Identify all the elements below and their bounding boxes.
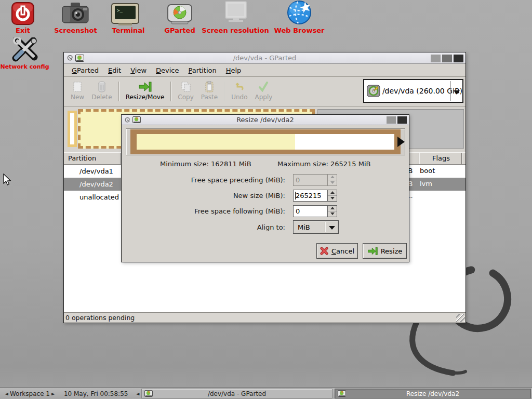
field-label: Align to: xyxy=(122,223,285,231)
resize-slider[interactable] xyxy=(126,128,405,155)
field-new-size: New size (MiB): xyxy=(122,189,410,202)
resize-move-icon xyxy=(138,80,152,94)
status-text: 0 operations pending xyxy=(65,314,135,322)
field-free-space-following: Free space following (MiB): xyxy=(122,204,410,218)
main-window-title: /dev/vda - GParted xyxy=(64,54,466,62)
new-size-spinner[interactable] xyxy=(293,190,337,202)
cancel-x-icon xyxy=(320,247,328,255)
cancel-button[interactable]: Cancel xyxy=(316,243,358,259)
device-selector[interactable]: /dev/vda (260.00 GiB) xyxy=(363,79,463,103)
toolbar-apply-button[interactable]: Apply xyxy=(251,79,276,102)
align-to-value: MiB xyxy=(298,223,310,231)
desktop-label-exit[interactable]: Exit xyxy=(2,26,44,34)
toolbar-paste-button[interactable]: Paste xyxy=(197,79,221,102)
field-free-space-preceding: Free space preceding (MiB): xyxy=(122,173,410,187)
power-icon xyxy=(11,2,34,25)
menu-view[interactable]: View xyxy=(126,65,151,76)
header-separator[interactable] xyxy=(461,153,462,164)
maximize-button[interactable] xyxy=(442,55,452,62)
resize-slider-frame[interactable] xyxy=(130,129,401,154)
gparted-app-icon xyxy=(338,390,346,397)
gparted-app-icon xyxy=(144,390,153,397)
free-space-preceding-spinner xyxy=(293,174,337,186)
tools-icon xyxy=(10,37,39,63)
dialog-titlebar[interactable]: Resize /dev/vda2 xyxy=(122,115,409,125)
mouse-cursor xyxy=(3,174,12,186)
toolbar-copy-button[interactable]: Copy xyxy=(174,79,197,102)
toolbar-delete-button[interactable]: Delete xyxy=(88,79,115,102)
partition-visual-vda1[interactable] xyxy=(68,111,77,147)
desktop-label-network-config[interactable]: Network config xyxy=(0,63,52,70)
partition-name: /dev/vda2 xyxy=(79,180,113,188)
menu-edit[interactable]: Edit xyxy=(103,65,126,76)
task-button-gparted[interactable]: /dev/vda - GParted xyxy=(141,389,332,398)
spin-up-icon[interactable] xyxy=(328,206,337,211)
task-prev-icon[interactable]: ◄ xyxy=(134,391,141,396)
toolbar-undo-button[interactable]: Undo xyxy=(228,79,251,102)
desktop-label-screen-resolution[interactable]: Screen resolution xyxy=(202,26,269,34)
desktop-icon-exit[interactable] xyxy=(11,2,34,27)
workspace-label[interactable]: Workspace 1 xyxy=(10,390,50,397)
spin-down-icon[interactable] xyxy=(328,211,337,217)
text-cursor xyxy=(295,192,296,200)
minimum-size-label: Minimum size: 162811 MiB xyxy=(160,160,251,168)
spin-down-icon xyxy=(328,180,337,185)
free-space-following-input[interactable] xyxy=(294,206,327,217)
toolbar-resize-move-button[interactable]: Resize/Move xyxy=(122,79,168,102)
taskbar: ◄ Workspace 1 ► 10 May, Fri 00:58:55 ◄ ►… xyxy=(0,388,532,399)
desktop-label-gparted[interactable]: GParted xyxy=(159,26,201,34)
paste-icon xyxy=(205,80,214,94)
header-partition[interactable]: Partition xyxy=(68,154,96,162)
workspace-prev-icon[interactable]: ◄ xyxy=(3,391,10,396)
desktop-label-screenshot[interactable]: Screenshot xyxy=(48,26,103,34)
desktop-icon-gparted[interactable] xyxy=(167,4,192,27)
minimize-button[interactable] xyxy=(431,55,441,62)
header-flags[interactable]: Flags xyxy=(432,154,450,162)
disk-icon xyxy=(367,84,380,98)
new-size-input[interactable] xyxy=(294,190,327,201)
dialog-close-button[interactable] xyxy=(397,116,407,124)
desktop-icon-web-browser[interactable] xyxy=(285,0,313,27)
partition-name: unallocated xyxy=(79,193,119,201)
field-label: Free space following (MiB): xyxy=(122,207,285,215)
desktop-icon-screenshot[interactable] xyxy=(61,2,89,28)
toolbar-new-button[interactable]: New xyxy=(67,79,88,102)
menu-help[interactable]: Help xyxy=(221,65,246,76)
resize-arrow-icon xyxy=(367,247,378,256)
close-button[interactable] xyxy=(454,55,463,62)
undo-icon xyxy=(234,80,245,94)
spin-down-icon[interactable] xyxy=(328,196,337,201)
free-space-preceding-input xyxy=(294,175,327,185)
chevron-down-icon[interactable] xyxy=(454,90,460,95)
header-separator[interactable] xyxy=(419,153,420,164)
resize-slider-right-handle-icon[interactable] xyxy=(397,137,405,147)
spin-up-icon[interactable] xyxy=(328,190,337,196)
task-label: Resize /dev/vda2 xyxy=(335,390,530,397)
main-toolbar: New Delete Resize/Move xyxy=(64,77,466,107)
resize-grip[interactable] xyxy=(456,314,465,322)
align-to-dropdown[interactable]: MiB xyxy=(293,220,339,234)
new-partition-icon xyxy=(73,80,82,94)
desktop-icon-screen-resolution[interactable] xyxy=(221,1,250,26)
debian-swirl-icon xyxy=(66,54,73,62)
desktop-icon-network-config[interactable] xyxy=(10,37,39,65)
resize-dialog: Resize /dev/vda2 Minimum size: 162811 Mi… xyxy=(121,114,409,262)
gparted-disk-icon xyxy=(167,4,192,25)
task-button-resize-dialog[interactable]: Resize /dev/vda2 xyxy=(335,389,531,398)
main-titlebar[interactable]: /dev/vda - GParted xyxy=(64,52,466,64)
desktop-icon-terminal[interactable]: >_ xyxy=(111,3,139,28)
workspace-next-icon[interactable]: ► xyxy=(50,391,57,396)
desktop-label-terminal[interactable]: Terminal xyxy=(108,26,149,34)
menu-device[interactable]: Device xyxy=(151,65,183,76)
menu-gparted[interactable]: GParted xyxy=(67,65,103,76)
desktop-label-web-browser[interactable]: Web Browser xyxy=(270,26,328,34)
toolbar-separator xyxy=(118,82,119,101)
terminal-icon: >_ xyxy=(111,3,139,26)
free-space-following-spinner[interactable] xyxy=(293,205,337,217)
field-align-to: Align to: MiB xyxy=(122,220,410,234)
statusbar: 0 operations pending xyxy=(64,312,466,323)
dialog-maximize-button[interactable] xyxy=(387,116,396,124)
copy-icon xyxy=(181,80,191,94)
resize-button[interactable]: Resize xyxy=(363,243,407,259)
menu-partition[interactable]: Partition xyxy=(184,65,221,76)
